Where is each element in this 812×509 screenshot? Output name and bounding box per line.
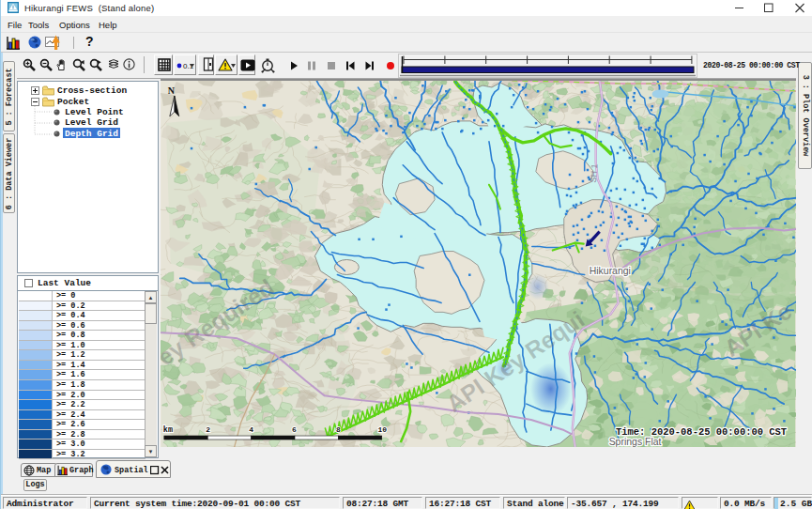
- svg-text:N: N: [168, 85, 176, 96]
- svg-text:6: 6: [292, 425, 297, 434]
- svg-text:10: 10: [377, 425, 387, 434]
- svg-text:2: 2: [206, 425, 210, 434]
- svg-text:SH 1: SH 1: [589, 163, 600, 183]
- svg-text:Time: 2020-08-25 00:00:00 CST: Time: 2020-08-25 00:00:00 CST: [616, 426, 787, 438]
- svg-text:4: 4: [249, 425, 253, 434]
- svg-text:8: 8: [336, 425, 341, 434]
- svg-text:Hikurangi: Hikurangi: [590, 266, 631, 276]
- svg-text:Springs Flat: Springs Flat: [609, 437, 662, 447]
- svg-text:km: km: [163, 425, 173, 435]
